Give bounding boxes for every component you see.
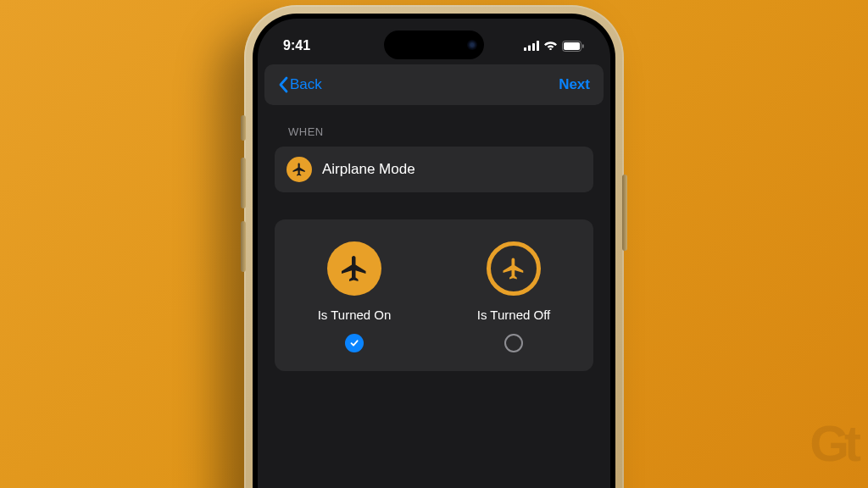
option-turned-off[interactable]: Is Turned Off (434, 241, 593, 352)
chevron-left-icon (278, 76, 288, 93)
svg-rect-7 (582, 44, 584, 48)
svg-rect-3 (537, 41, 539, 51)
battery-icon (562, 41, 585, 52)
screen: 9:41 (258, 19, 610, 488)
airplane-on-icon (327, 241, 381, 296)
volume-up-button (241, 158, 246, 208)
phone-bezel: 9:41 (253, 14, 615, 488)
trigger-name: Airplane Mode (322, 161, 415, 178)
option-on-radio (345, 334, 364, 352)
back-button[interactable]: Back (278, 76, 322, 93)
watermark-logo: Gt (810, 414, 856, 473)
svg-rect-0 (524, 47, 526, 51)
volume-down-button (241, 221, 246, 272)
wifi-icon (543, 38, 558, 53)
svg-point-4 (549, 48, 552, 50)
checkmark-icon (349, 338, 359, 348)
phone-frame: 9:41 (244, 5, 624, 488)
silent-switch (241, 115, 246, 141)
dynamic-island (384, 30, 484, 59)
back-label: Back (290, 76, 322, 93)
content-area: WHEN Airplane Mode (258, 105, 610, 391)
when-section-header: WHEN (288, 125, 593, 138)
svg-rect-1 (528, 46, 531, 52)
power-button (622, 175, 627, 251)
status-icons (524, 38, 585, 53)
option-off-radio (504, 334, 523, 352)
option-off-label: Is Turned Off (477, 308, 550, 322)
airplane-off-icon (487, 241, 541, 296)
status-time: 9:41 (283, 38, 310, 53)
options-card: Is Turned On Is Tur (275, 219, 593, 371)
svg-rect-2 (532, 43, 535, 51)
front-camera (467, 40, 477, 50)
airplane-icon (287, 157, 312, 182)
trigger-row[interactable]: Airplane Mode (275, 147, 593, 192)
nav-bar: Back Next (264, 64, 604, 105)
cellular-icon (524, 41, 539, 51)
svg-rect-6 (564, 42, 580, 50)
next-button[interactable]: Next (559, 76, 590, 93)
option-on-label: Is Turned On (318, 308, 392, 322)
option-turned-on[interactable]: Is Turned On (275, 241, 434, 352)
